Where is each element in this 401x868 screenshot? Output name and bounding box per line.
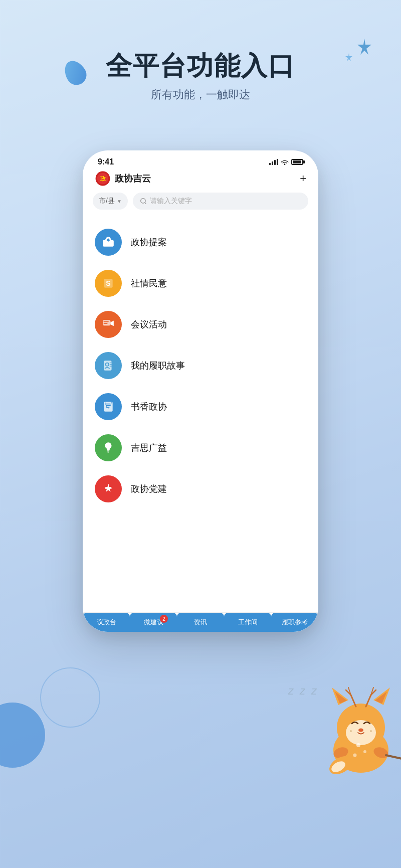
svg-text:S: S — [106, 279, 110, 287]
app-title: 政协吉云 — [115, 172, 151, 185]
menu-item-public-opinion[interactable]: S 社情民意 — [83, 263, 318, 304]
status-icons — [269, 159, 303, 165]
svg-point-37 — [363, 750, 366, 753]
battery-icon — [291, 159, 303, 165]
sub-title: 所有功能，一触即达 — [0, 87, 401, 102]
tab-workspace[interactable]: 工作间 — [224, 613, 271, 632]
svg-point-28 — [350, 730, 352, 732]
add-button[interactable]: + — [300, 172, 306, 185]
meeting-label: 会议活动 — [131, 318, 167, 330]
tab-news-label: 资讯 — [194, 618, 207, 627]
menu-item-proposal[interactable]: 政协提案 — [83, 222, 318, 263]
menu-item-book[interactable]: 书香政协 — [83, 386, 318, 427]
phone-mockup: 9:41 政 政 — [83, 150, 318, 632]
book-label: 书香政协 — [131, 401, 167, 413]
party-label: 政协党建 — [131, 483, 167, 495]
phone-notch — [170, 150, 231, 164]
menu-list: 政协提案 S 社情民意 会议活动 — [83, 218, 318, 513]
svg-line-4 — [145, 203, 146, 204]
zzz-decoration: z z z — [288, 684, 318, 698]
public-opinion-label: 社情民意 — [131, 277, 167, 289]
svg-point-26 — [346, 720, 376, 745]
proposal-icon — [102, 236, 115, 249]
tab-yizheng[interactable]: 议政台 — [83, 613, 130, 632]
meeting-icon-circle — [95, 311, 122, 338]
background-curve — [40, 667, 100, 728]
svg-rect-16 — [107, 450, 109, 451]
svg-line-41 — [386, 755, 401, 760]
search-icon — [140, 198, 147, 205]
proposal-label: 政协提案 — [131, 236, 167, 248]
search-placeholder: 请输入关键字 — [150, 197, 192, 206]
menu-item-wisdom[interactable]: 吉思广益 — [83, 427, 318, 468]
tab-reference[interactable]: 履职参考 — [271, 613, 318, 632]
app-emblem-icon: 政 — [95, 170, 111, 187]
tab-suggestion[interactable]: 微建议 2 — [130, 613, 177, 632]
tab-workspace-label: 工作间 — [238, 618, 258, 627]
svg-point-5 — [107, 242, 109, 244]
location-label: 市/县 — [99, 197, 115, 206]
background-blob — [0, 703, 45, 768]
svg-rect-9 — [103, 320, 110, 325]
app-header: 政 政协吉云 + — [83, 166, 318, 193]
meeting-icon — [102, 318, 115, 331]
header-area: 全平台功能入口 所有功能，一触即达 — [0, 50, 401, 102]
public-opinion-icon-circle: S — [95, 270, 122, 297]
story-icon — [102, 359, 115, 372]
book-icon-circle — [95, 393, 122, 420]
proposal-icon-circle — [95, 229, 122, 256]
svg-point-27 — [358, 729, 363, 732]
wifi-icon — [281, 159, 289, 165]
menu-item-party[interactable]: 政协党建 — [83, 468, 318, 509]
party-icon-circle — [95, 475, 122, 502]
party-icon — [102, 482, 115, 495]
book-icon — [102, 400, 115, 413]
tab-yizheng-label: 议政台 — [97, 618, 116, 627]
status-time: 9:41 — [98, 157, 114, 166]
app-logo-area: 政 政协吉云 — [95, 170, 151, 187]
svg-rect-17 — [107, 452, 109, 453]
menu-item-story[interactable]: 我的履职故事 — [83, 345, 318, 386]
wisdom-label: 吉思广益 — [131, 442, 167, 454]
tab-reference-label: 履职参考 — [282, 618, 308, 627]
chevron-down-icon: ▼ — [117, 199, 122, 204]
bottom-nav: 议政台 微建议 2 资讯 工作间 履职参考 — [83, 612, 318, 632]
menu-item-meeting[interactable]: 会议活动 — [83, 304, 318, 345]
tab-news[interactable]: 资讯 — [177, 613, 224, 632]
svg-point-38 — [353, 754, 357, 757]
search-box[interactable]: 请输入关键字 — [133, 193, 308, 210]
location-selector[interactable]: 市/县 ▼ — [93, 193, 128, 210]
fox-mascot — [311, 677, 401, 778]
svg-text:政: 政 — [100, 176, 106, 182]
svg-point-29 — [370, 730, 372, 732]
wisdom-icon — [102, 441, 115, 454]
wisdom-icon-circle — [95, 434, 122, 461]
suggestion-badge: 2 — [160, 615, 168, 623]
svg-point-36 — [356, 743, 360, 747]
signal-icon — [269, 159, 278, 165]
public-opinion-icon: S — [102, 277, 115, 290]
svg-rect-11 — [104, 361, 111, 371]
search-area: 市/县 ▼ 请输入关键字 — [83, 193, 318, 218]
story-label: 我的履职故事 — [131, 360, 185, 372]
svg-point-3 — [141, 199, 145, 203]
main-title: 全平台功能入口 — [0, 50, 401, 81]
story-icon-circle — [95, 352, 122, 379]
